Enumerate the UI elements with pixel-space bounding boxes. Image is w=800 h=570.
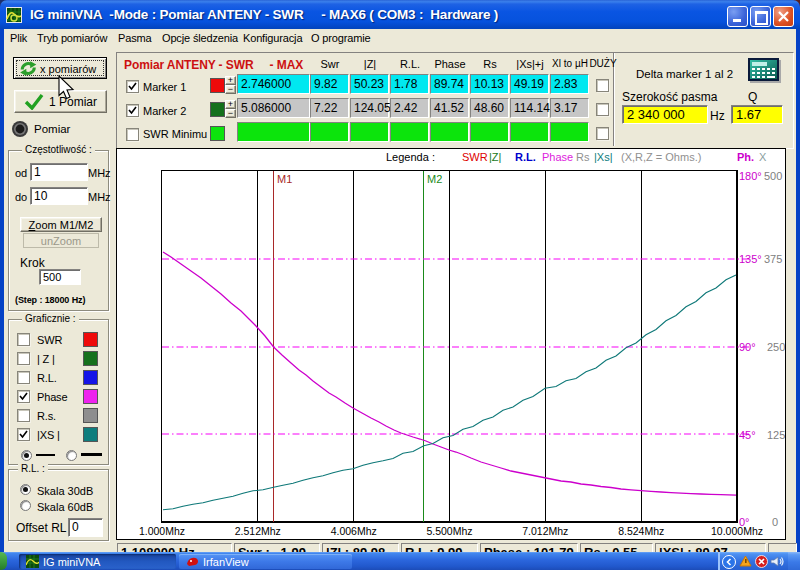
svg-text:M1: M1	[277, 173, 292, 185]
svg-text:1.000Mhz: 1.000Mhz	[139, 525, 185, 537]
svg-text:45°: 45°	[739, 429, 756, 441]
svg-text:Legenda :: Legenda :	[386, 151, 435, 163]
svg-text:0: 0	[772, 516, 778, 528]
svg-text:SWR: SWR	[462, 151, 488, 163]
svg-text:8.524Mhz: 8.524Mhz	[618, 525, 664, 537]
svg-text:2.512Mhz: 2.512Mhz	[235, 525, 281, 537]
svg-text:250: 250	[767, 341, 785, 353]
svg-text:135°: 135°	[739, 253, 762, 265]
svg-text:(X,R,Z = Ohms.): (X,R,Z = Ohms.)	[621, 151, 701, 163]
svg-text:R.L.: R.L.	[515, 151, 536, 163]
svg-text:Ph.: Ph.	[737, 151, 754, 163]
svg-text:90°: 90°	[739, 341, 756, 353]
svg-text:10.000Mhz: 10.000Mhz	[711, 525, 763, 537]
svg-text:|Z|: |Z|	[489, 151, 501, 163]
svg-text:7.012Mhz: 7.012Mhz	[522, 525, 568, 537]
svg-text:M2: M2	[427, 173, 442, 185]
svg-text:4.006Mhz: 4.006Mhz	[331, 525, 377, 537]
svg-text:125: 125	[767, 429, 785, 441]
svg-text:Rs: Rs	[576, 151, 590, 163]
svg-text:180°: 180°	[739, 170, 762, 182]
svg-text:500: 500	[764, 170, 782, 182]
svg-text:375: 375	[764, 253, 782, 265]
svg-text:|Xs|: |Xs|	[594, 151, 613, 163]
svg-text:5.500Mhz: 5.500Mhz	[426, 525, 472, 537]
svg-text:Phase: Phase	[542, 151, 573, 163]
svg-text:X: X	[759, 151, 767, 163]
